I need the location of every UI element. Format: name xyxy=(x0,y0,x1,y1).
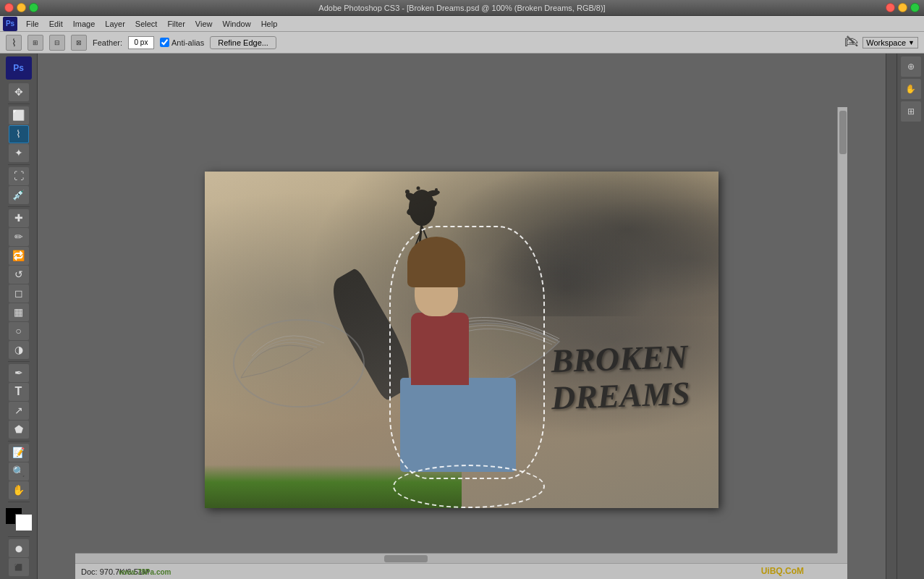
eyedropper-tool[interactable]: 💉 xyxy=(9,186,29,204)
horizontal-scroll-thumb[interactable] xyxy=(384,555,428,562)
vertical-scroll-thumb[interactable] xyxy=(839,111,847,154)
gradient-tool[interactable]: ▦ xyxy=(9,303,29,321)
svg-point-7 xyxy=(417,187,420,190)
toolbar-separator-3 xyxy=(8,206,30,207)
eyedropper-tool-icon[interactable]: 🖎 xyxy=(845,35,858,50)
panel-hand-icon[interactable]: ✋ xyxy=(901,79,921,99)
canvas-area[interactable]: BROKEN DREAMS Doc: 970.7K/6.51M www.78Pa… xyxy=(38,54,886,579)
menu-window[interactable]: Window xyxy=(219,18,255,30)
svg-point-6 xyxy=(435,188,438,191)
toolbar-separator-4 xyxy=(8,361,30,362)
horizontal-scrollbar[interactable] xyxy=(75,553,847,563)
wing-left-svg xyxy=(226,291,371,436)
workspace-section: 🖎 Workspace ▼ xyxy=(845,35,918,50)
watermark-left: www.78Pa.com xyxy=(119,568,171,576)
person-hair xyxy=(407,237,465,287)
hand-tool[interactable]: ✋ xyxy=(9,481,29,499)
feather-label: Feather: xyxy=(93,38,122,47)
marquee-tool[interactable]: ⬜ xyxy=(9,106,29,124)
quick-select-tool[interactable]: ✦ xyxy=(9,144,29,162)
color-swatches xyxy=(5,507,33,532)
dodge-tool[interactable]: ◑ xyxy=(9,341,29,359)
workspace-chevron-icon: ▼ xyxy=(908,39,915,46)
blur-tool[interactable]: ○ xyxy=(9,322,29,340)
zoom-tool[interactable]: 🔍 xyxy=(9,462,29,481)
person-figure xyxy=(400,240,545,472)
title-bar-right-controls xyxy=(886,3,920,12)
shape-tool[interactable]: ⬟ xyxy=(9,420,29,439)
anti-alias-wrap: Anti-alias xyxy=(160,38,204,47)
panel-zoom-icon[interactable]: ⊕ xyxy=(901,56,921,77)
menu-layer[interactable]: Layer xyxy=(101,18,130,30)
notes-tool[interactable]: 📝 xyxy=(9,444,29,462)
healing-brush-tool[interactable]: ✚ xyxy=(9,209,29,227)
menu-edit[interactable]: Edit xyxy=(45,18,67,30)
lasso-subtract-icon[interactable]: ⊟ xyxy=(49,35,65,51)
quick-mask-btn[interactable]: ⬤ xyxy=(9,539,29,557)
feather-input[interactable] xyxy=(128,36,154,49)
menu-bar: Ps File Edit Image Layer Select Filter V… xyxy=(0,16,924,32)
anti-alias-checkbox[interactable] xyxy=(160,38,169,47)
menu-image[interactable]: Image xyxy=(69,18,100,30)
options-bar: ⌇ ⊞ ⊟ ⊠ Feather: Anti-alias Refine Edge.… xyxy=(0,32,924,54)
lasso-options-icon[interactable]: ⌇ xyxy=(6,35,22,51)
toolbar-separator-6 xyxy=(8,502,30,502)
pen-tool[interactable]: ✒ xyxy=(9,364,29,382)
menu-view[interactable]: View xyxy=(191,18,217,30)
anti-alias-label: Anti-alias xyxy=(171,38,204,47)
history-brush-tool[interactable]: ↺ xyxy=(9,266,29,284)
workspace-label: Workspace xyxy=(866,38,906,47)
scroll-corner xyxy=(837,553,847,563)
vertical-scrollbar[interactable] xyxy=(837,107,847,553)
left-toolbar: Ps ✥ ⬜ ⌇ ✦ ⛶ 💉 ✚ ✏ 🔁 ↺ ◻ ▦ ○ ◑ ✒ T ↗ ⬟ 📝… xyxy=(0,54,38,579)
close-button[interactable] xyxy=(4,3,14,12)
lasso-add-icon[interactable]: ⊞ xyxy=(27,35,43,51)
ps-logo: Ps xyxy=(3,17,17,31)
broken-text-line1: BROKEN xyxy=(550,339,690,380)
menu-filter[interactable]: Filter xyxy=(163,18,189,30)
broken-dreams-text: BROKEN DREAMS xyxy=(550,339,691,417)
lasso-tool[interactable]: ⌇ xyxy=(9,125,29,143)
main-layout: Ps ✥ ⬜ ⌇ ✦ ⛶ 💉 ✚ ✏ 🔁 ↺ ◻ ▦ ○ ◑ ✒ T ↗ ⬟ 📝… xyxy=(0,54,924,579)
lasso-intersect-icon[interactable]: ⊠ xyxy=(71,35,87,51)
broken-text-line2: DREAMS xyxy=(551,375,690,416)
svg-point-5 xyxy=(405,190,410,194)
canvas-wrapper: BROKEN DREAMS xyxy=(205,172,719,508)
title-text: Adobe Photoshop CS3 - [Broken Dreams.psd… xyxy=(318,4,605,12)
maximize-button[interactable] xyxy=(29,3,38,12)
toolbar-separator-5 xyxy=(8,441,30,441)
toolbar-separator-1 xyxy=(8,103,30,104)
win-close-button[interactable] xyxy=(886,3,895,12)
move-tool[interactable]: ✥ xyxy=(9,83,29,101)
toolbar-separator-2 xyxy=(8,164,30,165)
ps-toolbar-logo: Ps xyxy=(6,56,32,80)
screen-mode-btn[interactable]: ⬛ xyxy=(9,558,29,576)
crop-tool[interactable]: ⛶ xyxy=(9,167,29,185)
title-bar-left-controls xyxy=(4,3,38,12)
watermark-right: UiBQ.CoM xyxy=(761,566,804,576)
person-torso xyxy=(411,313,469,385)
clone-stamp-tool[interactable]: 🔁 xyxy=(9,247,29,265)
minimize-button[interactable] xyxy=(17,3,26,12)
far-right-tools: ⊕ ✋ ⊞ xyxy=(897,54,924,579)
brush-tool[interactable]: ✏ xyxy=(9,228,29,246)
background-color[interactable] xyxy=(15,514,33,531)
text-tool[interactable]: T xyxy=(9,383,29,401)
menu-file[interactable]: File xyxy=(22,18,43,30)
person-legs xyxy=(400,378,516,472)
win-min-button[interactable] xyxy=(898,3,907,12)
panel-grid-icon[interactable]: ⊞ xyxy=(901,101,921,122)
win-max-button[interactable] xyxy=(910,3,920,12)
right-scroll-panel xyxy=(886,54,897,579)
toolbar-separator-7 xyxy=(8,536,30,537)
menu-select[interactable]: Select xyxy=(131,18,162,30)
status-bar: Doc: 970.7K/6.51M www.78Pa.com UiBQ.CoM xyxy=(75,563,847,579)
eraser-tool[interactable]: ◻ xyxy=(9,284,29,303)
title-bar: Adobe Photoshop CS3 - [Broken Dreams.psd… xyxy=(0,0,924,16)
canvas-image[interactable]: BROKEN DREAMS xyxy=(205,172,719,508)
menu-help[interactable]: Help xyxy=(257,18,282,30)
refine-edge-button[interactable]: Refine Edge... xyxy=(210,36,276,49)
path-select-tool[interactable]: ↗ xyxy=(9,402,29,420)
workspace-dropdown[interactable]: Workspace ▼ xyxy=(862,37,918,48)
